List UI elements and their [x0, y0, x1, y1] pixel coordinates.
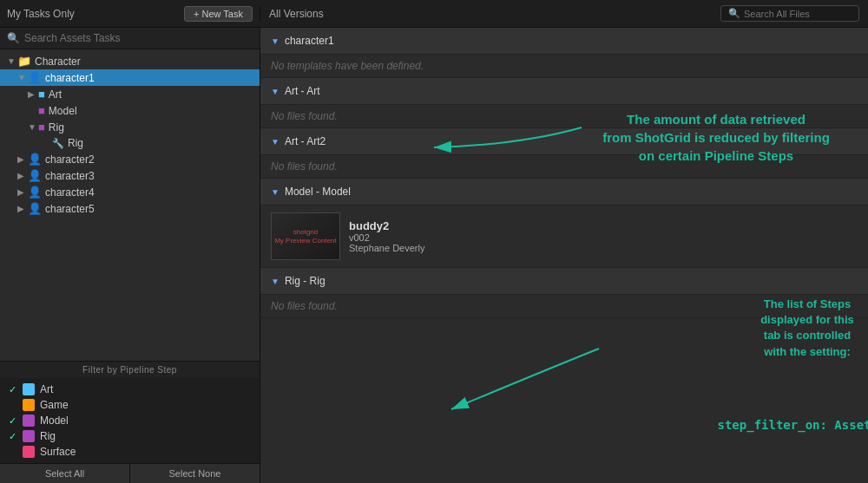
- file-name-buddy2: buddy2: [349, 219, 858, 232]
- section-character1: ▼ character1 No templates have been defi…: [260, 28, 868, 78]
- tree-item-character3[interactable]: ▶ 👤 character3: [0, 167, 260, 184]
- section-arrow-model-model: ▼: [271, 187, 279, 197]
- all-versions-label: All Versions: [269, 8, 324, 20]
- new-task-button[interactable]: + New Task: [184, 6, 253, 22]
- section-title-character1: character1: [285, 35, 334, 47]
- step-checkbox-rig: ✓: [9, 431, 17, 442]
- file-thumbnail-buddy2: shotgridMy Preview Content: [271, 212, 340, 260]
- thumb-logo-icon: shotgridMy Preview Content: [274, 228, 337, 245]
- section-header-art-art2[interactable]: ▼ Art - Art2: [260, 128, 868, 155]
- annotation-bottom-line4: with the setting:: [720, 344, 868, 360]
- main-layout: 🔍 ▼ 📁 Character ▼ 👤 character1 ▶: [0, 28, 868, 483]
- annotation-bottom-line3: tab is controlled: [720, 328, 868, 343]
- pipeline-step-model[interactable]: ✓ Model: [0, 413, 260, 428]
- pipeline-step-surface[interactable]: ✓ Surface: [0, 444, 260, 460]
- section-content-art-art2: No files found.: [260, 155, 868, 178]
- tree-item-character-root[interactable]: ▼ 📁 Character: [0, 53, 260, 69]
- tree-item-rig[interactable]: ▼ ■ Rig: [0, 119, 260, 135]
- art-icon: ■: [38, 88, 45, 101]
- section-content-character1: No templates have been defined.: [260, 55, 868, 77]
- section-arrow-character1: ▼: [271, 36, 279, 46]
- step-label-game: Game: [40, 399, 69, 411]
- section-art-art: ▼ Art - Art No files found.: [260, 78, 868, 128]
- tree-label-character2: character2: [45, 153, 95, 166]
- annotation-code-text: step_filter_on: Asset: [686, 418, 868, 432]
- rig-icon: ■: [38, 121, 45, 134]
- section-art-art2: ▼ Art - Art2 No files found.: [260, 128, 868, 179]
- model-icon: ■: [38, 104, 45, 117]
- pipeline-steps-list: ✓ Art ✓ Game ✓ Model ✓: [0, 378, 260, 463]
- section-header-rig-rig[interactable]: ▼ Rig - Rig: [260, 268, 868, 295]
- step-color-rig: [23, 430, 35, 442]
- right-panel: ▼ character1 No templates have been defi…: [260, 28, 868, 483]
- search-bar-icon: 🔍: [7, 32, 20, 44]
- top-bar-left: My Tasks Only + New Task: [0, 6, 260, 22]
- section-title-model-model: Model - Model: [285, 186, 351, 198]
- step-label-art: Art: [40, 383, 53, 395]
- section-rig-rig: ▼ Rig - Rig No files found.: [260, 268, 868, 318]
- pipeline-footer: Select All Select None: [0, 463, 260, 483]
- search-bar: 🔍: [0, 28, 260, 49]
- pipeline-step-rig[interactable]: ✓ Rig: [0, 428, 260, 444]
- section-title-rig-rig: Rig - Rig: [285, 275, 326, 287]
- section-arrow-art-art2: ▼: [271, 137, 279, 147]
- search-all-files-icon: 🔍: [728, 8, 740, 19]
- tree-item-art[interactable]: ▶ ■ Art: [0, 86, 260, 102]
- character-icon-5: 👤: [28, 202, 42, 215]
- section-title-art-art: Art - Art: [285, 85, 320, 97]
- step-color-model: [23, 414, 35, 427]
- tree-item-model[interactable]: ▶ ■ Model: [0, 102, 260, 119]
- tree-arrow-char4: ▶: [17, 187, 28, 197]
- tree-arrow-char2: ▶: [17, 154, 28, 164]
- pipeline-step-game[interactable]: ✓ Game: [0, 397, 260, 413]
- select-none-button[interactable]: Select None: [130, 464, 260, 483]
- search-assets-input[interactable]: [24, 32, 253, 44]
- top-bar: My Tasks Only + New Task All Versions 🔍: [0, 0, 868, 28]
- search-all-files-input[interactable]: [744, 9, 857, 19]
- tree-arrow-char3: ▶: [17, 171, 28, 180]
- tree-item-character1[interactable]: ▼ 👤 character1: [0, 69, 260, 86]
- step-checkbox-art: ✓: [9, 384, 17, 395]
- tree-item-character2[interactable]: ▶ 👤 character2: [0, 151, 260, 167]
- step-label-rig: Rig: [40, 430, 56, 442]
- select-all-button[interactable]: Select All: [0, 464, 130, 483]
- section-header-art-art[interactable]: ▼ Art - Art: [260, 78, 868, 105]
- tree-arrow-rig: ▼: [28, 122, 38, 132]
- tree-label-character5: character5: [45, 203, 95, 215]
- section-arrow-rig-rig: ▼: [271, 277, 279, 286]
- tree-label-rig-child: Rig: [68, 137, 83, 149]
- pipeline-filter: Filter by Pipeline Step ✓ Art ✓ Game ✓: [0, 361, 260, 483]
- file-author-buddy2: Stephane Deverly: [349, 243, 858, 253]
- tree-label-model: Model: [49, 105, 77, 117]
- section-header-character1[interactable]: ▼ character1: [260, 28, 868, 55]
- section-content-art-art: No files found.: [260, 105, 868, 127]
- top-bar-right: All Versions 🔍: [260, 5, 868, 22]
- my-tasks-label: My Tasks Only: [7, 8, 75, 20]
- tree-arrow-character: ▼: [7, 56, 17, 66]
- left-panel: 🔍 ▼ 📁 Character ▼ 👤 character1 ▶: [0, 28, 260, 483]
- tree-label-character3: character3: [45, 170, 95, 182]
- step-label-model: Model: [40, 414, 69, 427]
- tree-container: ▼ 📁 Character ▼ 👤 character1 ▶ ■ Art: [0, 49, 260, 361]
- step-color-art: [23, 383, 35, 395]
- section-content-rig-rig: No files found.: [260, 295, 868, 317]
- pipeline-step-art[interactable]: ✓ Art: [0, 382, 260, 397]
- tree-label-character: Character: [35, 55, 81, 68]
- section-arrow-art-art: ▼: [271, 87, 279, 96]
- section-model-model: ▼ Model - Model shotgridMy Preview Conte…: [260, 179, 868, 268]
- file-info-buddy2: buddy2 v002 Stephane Deverly: [349, 219, 858, 253]
- section-header-model-model[interactable]: ▼ Model - Model: [260, 179, 868, 206]
- tree-item-character5[interactable]: ▶ 👤 character5: [0, 200, 260, 217]
- character-icon-4: 👤: [28, 186, 42, 199]
- pipeline-filter-title: Filter by Pipeline Step: [0, 362, 260, 378]
- section-title-art-art2: Art - Art2: [285, 135, 326, 147]
- code-step-filter: step_filter_on: Asset: [717, 418, 868, 432]
- tree-item-character4[interactable]: ▶ 👤 character4: [0, 184, 260, 200]
- step-checkbox-model: ✓: [9, 415, 17, 427]
- tree-item-rig-child[interactable]: ▶ 🔧 Rig: [0, 135, 260, 151]
- tree-label-art: Art: [49, 88, 62, 101]
- folder-icon: 📁: [17, 55, 31, 68]
- step-color-game: [23, 399, 35, 411]
- search-all-files-container: 🔍: [720, 5, 859, 22]
- tree-label-character1: character1: [45, 72, 95, 84]
